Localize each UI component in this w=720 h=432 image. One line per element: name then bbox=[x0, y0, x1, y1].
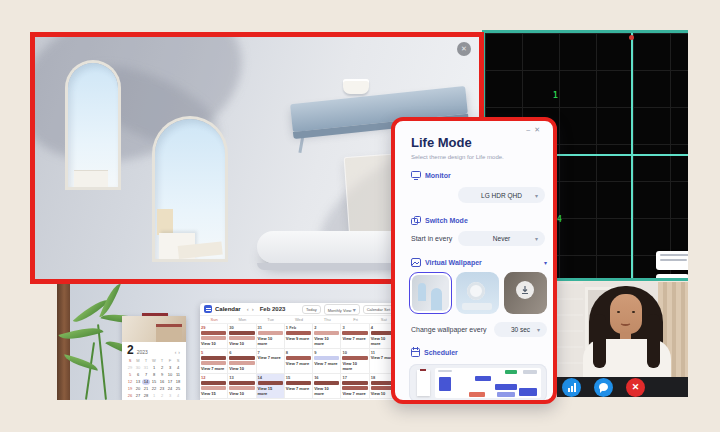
calendar-day-cell[interactable]: 5View 7 more bbox=[200, 349, 228, 374]
cell-date: 29 bbox=[201, 325, 226, 330]
view-select[interactable]: Monthly View ▾ bbox=[324, 304, 360, 315]
event-bar bbox=[258, 381, 283, 385]
share-stats-button[interactable] bbox=[562, 378, 581, 397]
scheduler-preview-thumbnail[interactable] bbox=[409, 364, 547, 400]
wall-niche-large bbox=[155, 119, 225, 259]
plant-stem bbox=[85, 342, 95, 400]
view-more-link[interactable]: View 10 more bbox=[229, 391, 254, 399]
wood-frame bbox=[57, 284, 70, 400]
calendar-day-cell[interactable]: 8View 7 more bbox=[285, 349, 313, 374]
calendar-grid: 29View 10 more30View 10 more31View 10 mo… bbox=[200, 324, 398, 399]
view-more-link[interactable]: View 7 more bbox=[286, 386, 311, 391]
calendar-nav-arrows[interactable]: ‹› bbox=[247, 306, 257, 312]
cell-date: 3 bbox=[342, 325, 367, 330]
switch-mode-icon bbox=[411, 216, 421, 225]
calendar-day-cell[interactable]: 9View 7 more bbox=[313, 349, 341, 374]
today-button[interactable]: Today bbox=[302, 305, 321, 314]
view-more-link[interactable]: View 7 more bbox=[201, 366, 226, 371]
cell-date: 12 bbox=[201, 375, 226, 380]
cell-date: 6 bbox=[229, 350, 254, 355]
view-more-link[interactable]: View 10 more bbox=[314, 336, 339, 346]
calendar-day-cell[interactable]: 29View 10 more bbox=[200, 324, 228, 349]
tooltip-text-line bbox=[660, 254, 688, 256]
calendar-day-cell[interactable]: 31View 10 more bbox=[257, 324, 285, 349]
call-control-bar: ✕ bbox=[557, 377, 688, 397]
panel-subtitle: Select theme design for Life mode. bbox=[411, 154, 504, 160]
calendar-day-cell[interactable]: 10View 10 more bbox=[341, 349, 369, 374]
event-bar bbox=[229, 336, 254, 340]
event-bar bbox=[229, 381, 254, 385]
wallpaper-close-button[interactable]: ✕ bbox=[457, 42, 471, 56]
view-more-link[interactable]: View 7 more bbox=[342, 336, 367, 341]
participant-smile bbox=[620, 320, 631, 326]
mini-day: 26 bbox=[126, 393, 134, 399]
mini-day: 27 bbox=[134, 393, 142, 399]
view-more-link[interactable]: View 15 more bbox=[201, 391, 226, 399]
wallpaper-interval-select[interactable]: 30 sec ▾ bbox=[494, 322, 547, 337]
niche-shelf bbox=[74, 171, 108, 187]
mini-day: 4 bbox=[174, 365, 182, 371]
calendar-day-cell[interactable]: 2View 10 more bbox=[313, 324, 341, 349]
participant-hair-strand bbox=[593, 314, 606, 368]
calendar-day-cell[interactable]: 17View 7 more bbox=[341, 374, 369, 399]
tooltip-button[interactable] bbox=[656, 274, 688, 281]
calendar-day-cell[interactable]: 1 FebView 9 more bbox=[285, 324, 313, 349]
view-more-link[interactable]: View 10 more bbox=[314, 386, 339, 396]
event-bar bbox=[342, 356, 367, 360]
wallpaper-thumbnail-download[interactable] bbox=[504, 272, 547, 314]
virtual-wallpaper-icon bbox=[411, 258, 421, 267]
view-more-link[interactable]: View 15 more bbox=[258, 386, 283, 396]
calendar-day-cell[interactable]: 16View 10 more bbox=[313, 374, 341, 399]
cell-date: 5 bbox=[201, 350, 226, 355]
cell-date: 1 Feb bbox=[286, 325, 311, 330]
mini-day: 2 bbox=[158, 393, 166, 399]
chevron-down-icon: ▾ bbox=[535, 235, 538, 242]
calendar-day-cell[interactable]: 6View 10 more bbox=[228, 349, 256, 374]
calendar-day-cell[interactable]: 3View 7 more bbox=[341, 324, 369, 349]
close-icon[interactable]: ✕ bbox=[534, 126, 544, 133]
mini-day: 14 bbox=[142, 379, 150, 385]
calendar-day-cell[interactable]: 15View 7 more bbox=[285, 374, 313, 399]
cell-date: 17 bbox=[342, 375, 367, 380]
collapse-chevron-icon[interactable]: ▾ bbox=[544, 259, 547, 266]
calendar-day-cell[interactable]: 13View 10 more bbox=[228, 374, 256, 399]
view-more-link[interactable]: View 10 more bbox=[342, 361, 367, 371]
video-call-window: ✕ bbox=[557, 282, 688, 397]
view-more-link[interactable]: View 10 more bbox=[229, 366, 254, 374]
switch-mode-section-label: Switch Mode bbox=[425, 217, 468, 224]
monitor-icon bbox=[411, 171, 421, 180]
mini-day: 13 bbox=[134, 379, 142, 385]
event-bar bbox=[314, 356, 339, 360]
view-more-link[interactable]: View 9 more bbox=[286, 336, 311, 341]
view-more-link[interactable]: View 10 more bbox=[229, 341, 254, 349]
switch-mode-section-header: Switch Mode bbox=[411, 216, 468, 225]
calendar-settings-button[interactable]: Calendar Set bbox=[363, 305, 394, 314]
calendar-app-icon bbox=[204, 305, 212, 313]
mini-day: 8 bbox=[150, 372, 158, 378]
chart-axis-label: 4 bbox=[557, 215, 562, 224]
view-more-link[interactable]: View 7 more bbox=[286, 361, 311, 366]
cell-date: 14 bbox=[258, 375, 283, 380]
switch-interval-select[interactable]: Never ▾ bbox=[458, 231, 545, 246]
view-more-link[interactable]: View 7 more bbox=[342, 391, 367, 396]
wallpaper-thumbnail[interactable] bbox=[456, 272, 499, 314]
view-more-link[interactable]: View 7 more bbox=[314, 361, 339, 366]
view-more-link[interactable]: View 10 more bbox=[258, 336, 283, 346]
view-more-link[interactable]: View 7 more bbox=[258, 355, 283, 360]
event-bar bbox=[201, 331, 226, 335]
end-call-button[interactable]: ✕ bbox=[626, 378, 645, 397]
chat-button[interactable] bbox=[594, 378, 613, 397]
calendar-day-cell[interactable]: 12View 15 more bbox=[200, 374, 228, 399]
calendar-day-cell[interactable]: 14View 15 more bbox=[257, 374, 285, 399]
mini-day: 1 bbox=[150, 393, 158, 399]
view-more-link[interactable]: View 10 more bbox=[201, 341, 226, 349]
desk-calendar-card: 2 2023 ‹› SMTWTFS29303112345678910111213… bbox=[122, 316, 186, 400]
monitor-select[interactable]: LG HDR QHD ▾ bbox=[458, 187, 545, 203]
calendar-day-cell[interactable]: 7View 7 more bbox=[257, 349, 285, 374]
minimize-icon[interactable]: – bbox=[526, 126, 534, 133]
wallpaper-thumbnail-selected[interactable] bbox=[409, 272, 452, 314]
calendar-day-cell[interactable]: 30View 10 more bbox=[228, 324, 256, 349]
mini-day: 17 bbox=[166, 379, 174, 385]
mini-day: 7 bbox=[142, 372, 150, 378]
event-bar bbox=[314, 381, 339, 385]
